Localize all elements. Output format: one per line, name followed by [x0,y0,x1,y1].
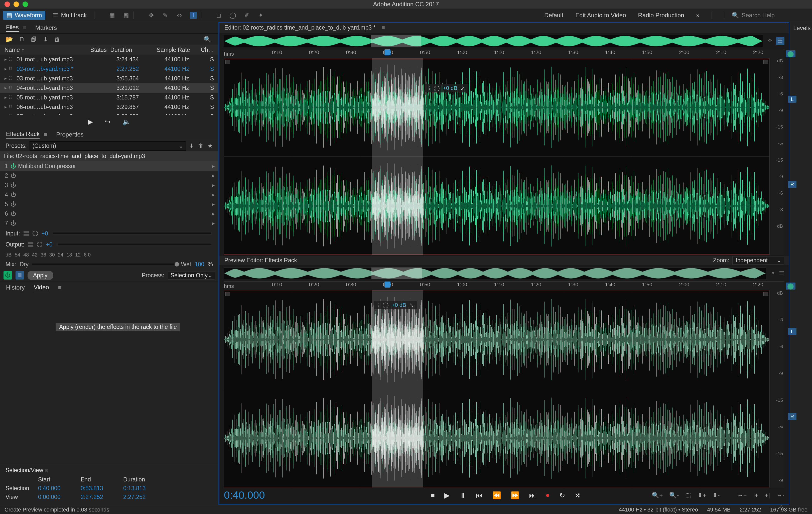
panel-menu-icon[interactable]: ≡ [381,24,385,31]
show-pitch-icon[interactable]: ▩ [122,12,129,19]
effect-slot[interactable]: 4⏻▸ [0,190,219,199]
hud-db-value[interactable]: +0 dB [443,85,457,91]
right-channel-badge[interactable]: R [788,181,796,188]
hud-pin-icon[interactable]: ⤡ [409,302,414,308]
move-tool-icon[interactable]: ✥ [148,12,155,19]
hud-db-value[interactable]: +0 dB [392,302,406,308]
hud-pin-icon[interactable]: ⤢ [460,85,465,91]
filter-search-icon[interactable]: 🔍⁠. [204,36,213,43]
wet-value[interactable]: 100 [195,261,204,268]
effect-slot[interactable]: 6⏻▸ [0,209,219,219]
workspace-radio[interactable]: Radio Production [638,12,684,19]
zoom-dropdown[interactable]: Independent [732,256,784,264]
hud-knob-icon[interactable]: ◯ [382,302,389,308]
ruler-ticks[interactable]: 0:100:200:300:400:501:001:101:201:301:40… [239,49,784,58]
right-channel-badge[interactable]: R [788,413,796,420]
spot-heal-tool-icon[interactable]: ✦ [257,12,264,19]
channel-toggle-tl[interactable] [225,60,230,64]
rewind-button[interactable]: ⏪ [492,491,501,499]
left-channel-badge[interactable]: L [788,96,796,103]
time-display[interactable]: 0:40.000 [224,489,359,501]
input-knob[interactable] [33,231,38,236]
save-preset-icon[interactable]: ⬇ [189,143,194,149]
overview-preview[interactable]: ✧ ☰ [224,267,784,280]
main-waveform-area[interactable]: ⫶ ◯ +0 dB ⤢ L R dB-3-6-9-15-∞-15-9-6-3dB [224,58,784,255]
ruler-units[interactable]: hms [224,282,239,290]
zoom-sel-end-icon[interactable]: +| [765,492,770,499]
lasso-tool-icon[interactable]: ◯ [229,12,236,19]
mix-slider[interactable] [32,263,178,265]
sv-view-end[interactable]: 2:27.252 [81,494,123,501]
sv-sel-dur[interactable]: 0:13.813 [123,485,166,492]
rack-power-button[interactable]: ⏻ [3,271,12,280]
stop-button[interactable]: ■ [431,491,435,499]
file-row[interactable]: ▸⠿ 06-root…ub-yard.mp3 3:29.867 44100 Hz… [0,102,219,112]
channel-toggle-tr[interactable] [763,292,768,296]
tab-history[interactable]: History [6,284,25,291]
multitrack-view-button[interactable]: ☰ Multitrack [49,11,90,20]
minimize-window-button[interactable] [13,1,19,7]
maximize-window-button[interactable] [23,1,28,7]
output-value[interactable]: +0 [46,241,52,248]
zoom-reset-icon[interactable]: ⬚ [685,492,691,499]
ruler-ticks-preview[interactable]: 0:100:200:300:400:501:001:101:201:301:40… [239,282,784,290]
help-search[interactable]: 🔍 Search Help [724,12,809,19]
overview-main[interactable]: ✧ ☰ [224,34,784,48]
file-row[interactable]: ▸⠿ 01-root…ub-yard.mp3 3:24.434 44100 Hz… [0,55,219,64]
open-file-icon[interactable]: 📂 [5,36,13,43]
col-channels[interactable]: Ch… [201,47,214,53]
panel-menu-icon[interactable]: ≡ [58,284,62,291]
tab-files[interactable]: Files [6,24,19,32]
favorite-preset-icon[interactable]: ★ [208,143,213,149]
process-dropdown[interactable]: Selection Only [168,271,215,280]
new-multitrack-icon[interactable]: 🗐 [31,36,37,43]
zoom-in-amp-icon[interactable]: ⬍+ [698,492,706,499]
file-row[interactable]: ▸⠿ 05-root…ub-yard.mp3 3:15.787 44100 Hz… [0,93,219,102]
loop-icon[interactable]: ↪ [105,118,111,126]
preview-waveform-area[interactable]: ⫶ ◯ +0 dB ⤡ L R dB-3-6-9-15-∞-15-9-6-3dB [224,290,784,487]
play-icon[interactable]: ▶ [88,118,93,126]
channel-toggle-tr[interactable] [763,60,768,64]
tab-video[interactable]: Video [34,284,49,291]
delete-preset-icon[interactable]: 🗑 [198,143,204,149]
input-value[interactable]: +0 [41,230,48,237]
marker-cue-icon[interactable]: ⬤ [786,50,795,57]
ruler-units[interactable]: hms [224,49,239,58]
files-columns-header[interactable]: Name ↑ Status Duration Sample Rate Ch… [0,45,219,55]
skip-selection-button[interactable]: ⤮ [575,491,580,499]
toggle-channels-icon[interactable]: ☰ [776,37,784,45]
overview-waveform[interactable] [224,35,763,47]
zoom-sel-out-icon[interactable]: ↔- [777,492,784,499]
tab-properties[interactable]: Properties [56,131,83,138]
overview-selection[interactable] [371,35,421,47]
record-button[interactable]: ● [546,491,550,499]
effect-slot[interactable]: 5⏻▸ [0,199,219,209]
col-duration[interactable]: Duration [110,47,156,53]
pause-button[interactable]: ⏸ [459,491,466,499]
close-file-icon[interactable]: 🗑 [54,36,60,43]
play-button[interactable]: ▶ [444,491,450,499]
waveform-view-button[interactable]: ▤ Waveform [3,11,45,20]
workspace-edit-audio[interactable]: Edit Audio to Video [575,12,626,19]
time-ruler-main[interactable]: hms 0:100:200:300:400:501:001:101:201:30… [224,49,784,58]
sv-sel-end[interactable]: 0:53.813 [81,485,123,492]
file-row[interactable]: ▸⠿ 04-root…ub-yard.mp3 3:21.012 44100 Hz… [0,83,219,93]
preset-dropdown[interactable]: (Custom) ⌄ [30,141,186,150]
sv-view-dur[interactable]: 2:27.252 [123,494,166,501]
sv-sel-start[interactable]: 0:40.000 [38,485,81,492]
sv-view-start[interactable]: 0:00.000 [38,494,81,501]
apply-button[interactable]: Apply [28,271,53,280]
zoom-out-amp-icon[interactable]: ⬍- [713,492,720,499]
col-name[interactable]: Name ↑ [4,47,90,53]
col-status[interactable]: Status [90,47,111,53]
workspace-default[interactable]: Default [544,12,563,19]
go-to-end-button[interactable]: ⏭ [529,491,536,499]
close-window-button[interactable] [4,1,10,7]
gain-hud-preview[interactable]: ⫶ ◯ +0 dB ⤡ [374,301,417,309]
marquee-tool-icon[interactable]: ◻ [215,12,222,19]
tab-markers[interactable]: Markers [35,24,57,31]
hud-knob-icon[interactable]: ◯ [434,85,440,91]
rack-preview-button[interactable]: ≣ [16,271,24,280]
gain-hud[interactable]: ⫶ ◯ +0 dB ⤢ [425,84,468,92]
file-row[interactable]: ▸⠿ 03-root…ub-yard.mp3 3:05.364 44100 Hz… [0,74,219,83]
